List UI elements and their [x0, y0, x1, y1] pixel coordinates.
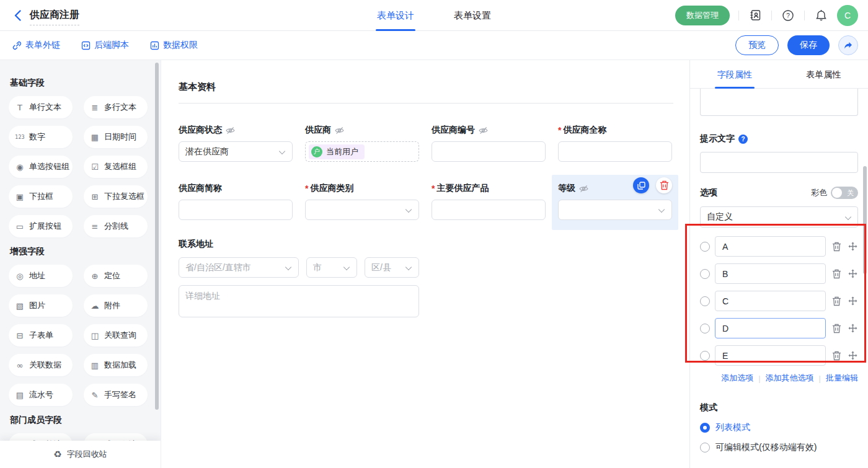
address-detail-textarea[interactable]: 详细地址	[179, 285, 419, 317]
field-type-radio-group[interactable]: ◉单选按钮组	[9, 156, 73, 178]
drag-option-icon[interactable]	[848, 351, 858, 361]
toolbar-link-3[interactable]: 数据权限	[150, 40, 198, 51]
color-toggle[interactable]: 关	[831, 187, 858, 199]
province-select[interactable]: 省/自治区/直辖市	[179, 257, 299, 278]
field-type-location[interactable]: ⊕定位	[84, 265, 148, 287]
drag-option-icon[interactable]	[848, 242, 858, 252]
field-type-number[interactable]: 123数字	[9, 126, 73, 148]
header-tab-2[interactable]: 表单设置	[454, 0, 491, 31]
toolbar-link-1[interactable]: 表单外链	[12, 40, 60, 51]
field-type-extend-button[interactable]: ▭扩展按钮	[9, 215, 73, 237]
link-batch-edit[interactable]: 批量编辑	[826, 373, 858, 384]
user-tag: 户当前用户	[309, 144, 365, 159]
sidebar-scrollbar[interactable]	[155, 63, 159, 410]
field-type-serial-number[interactable]: ▤流水号	[9, 384, 73, 406]
option-value-input[interactable]: E	[715, 345, 826, 366]
field-type-image[interactable]: ▧图片	[9, 294, 73, 317]
option-value-input[interactable]: D	[715, 318, 826, 338]
preview-button[interactable]: 预览	[735, 35, 779, 55]
divider	[771, 11, 772, 20]
field-type-single-line-text[interactable]: T单行文本	[9, 96, 73, 118]
help-icon[interactable]: ?	[781, 8, 795, 23]
panel-clipped-input[interactable]	[700, 89, 858, 116]
recycle-icon: ♻	[53, 449, 61, 460]
link-add-option[interactable]: 添加选项	[721, 373, 753, 384]
required-asterisk: *	[305, 183, 308, 193]
chevron-down-icon	[845, 214, 851, 220]
field-input[interactable]	[432, 141, 546, 162]
delete-option-icon[interactable]	[832, 296, 842, 306]
field-type-data-load[interactable]: ▥数据加载	[84, 354, 148, 376]
delete-option-icon[interactable]	[832, 324, 842, 333]
district-select[interactable]: 区/县	[365, 257, 419, 278]
eye-off-icon	[479, 126, 488, 135]
notification-bell-icon[interactable]	[813, 8, 828, 23]
field-type-datetime[interactable]: ▦日期时间	[84, 126, 148, 148]
field-type-address[interactable]: ◎地址	[9, 265, 73, 287]
field-label: 供应商状态	[179, 125, 293, 136]
delete-option-icon[interactable]	[832, 242, 842, 252]
panel-tab-2[interactable]: 表单属性	[779, 60, 868, 88]
option-source-select[interactable]: 自定义	[700, 206, 858, 227]
field-select[interactable]	[305, 200, 419, 220]
option-value-input[interactable]: C	[715, 291, 826, 311]
field-type-checkbox-group[interactable]: ☑复选框组	[84, 156, 148, 178]
dropdown-icon: ▣	[15, 192, 25, 201]
field-type-related-data[interactable]: ∞关联数据	[9, 354, 73, 376]
copy-field-button[interactable]	[633, 177, 649, 193]
field-user-tag-box[interactable]: 户当前用户	[305, 141, 419, 162]
divider	[804, 11, 805, 20]
field-type-divider[interactable]: ≡分割线	[84, 215, 148, 237]
save-button[interactable]: 保存	[787, 35, 830, 55]
hint-text-input[interactable]	[700, 152, 858, 173]
panel-tab-1[interactable]: 字段属性	[690, 60, 779, 88]
field-type-related-query[interactable]: ◫关联查询	[84, 324, 148, 347]
delete-field-button[interactable]	[656, 177, 672, 193]
option-radio[interactable]	[700, 242, 710, 252]
field-type-multi-dropdown[interactable]: ⊞下拉复选框	[84, 185, 148, 208]
link-add-other-option[interactable]: 添加其他选项	[766, 373, 814, 384]
avatar[interactable]: C	[837, 5, 858, 26]
option-radio[interactable]	[700, 296, 710, 306]
option-radio[interactable]	[700, 351, 710, 361]
mode-radio[interactable]	[700, 443, 710, 453]
field-select[interactable]: 潜在供应商	[179, 141, 293, 162]
divider-icon: ≡	[90, 222, 100, 231]
mode-option[interactable]: 可编辑模式(仅移动端有效)	[700, 442, 858, 453]
option-value-input[interactable]: A	[715, 236, 826, 257]
back-button[interactable]	[11, 9, 24, 22]
field-type-dropdown[interactable]: ▣下拉框	[9, 185, 73, 208]
share-button[interactable]	[838, 35, 858, 55]
field-type-attachment[interactable]: ☁附件	[84, 294, 148, 317]
option-radio[interactable]	[700, 269, 710, 279]
field-input[interactable]	[179, 200, 293, 220]
field-type-subform[interactable]: ⊟子表单	[9, 324, 73, 347]
delete-option-icon[interactable]	[832, 269, 842, 279]
option-row: C	[700, 291, 858, 311]
option-radio[interactable]	[700, 324, 710, 333]
field-input[interactable]	[558, 141, 672, 162]
contact-book-icon[interactable]	[748, 8, 763, 23]
help-icon[interactable]: ?	[738, 135, 748, 144]
toolbar-link-2[interactable]: 后端脚本	[81, 40, 129, 51]
option-value-input[interactable]: B	[715, 263, 826, 284]
delete-option-icon[interactable]	[832, 351, 842, 361]
section-divider	[179, 103, 673, 104]
mode-radio[interactable]	[700, 423, 710, 433]
panel-scrollbar[interactable]	[863, 166, 867, 274]
drag-option-icon[interactable]	[848, 324, 858, 333]
mode-option[interactable]: 列表模式	[700, 422, 858, 433]
header-tab-1[interactable]: 表单设计	[377, 0, 414, 31]
drag-option-icon[interactable]	[848, 269, 858, 279]
field-type-multi-line-text[interactable]: ≣多行文本	[84, 96, 148, 118]
image-icon: ▧	[15, 301, 25, 311]
address-field-label: 联系地址	[179, 239, 213, 250]
field-type-label: 定位	[104, 270, 120, 281]
field-input[interactable]	[432, 200, 546, 220]
field-recycle-bin[interactable]: ♻ 字段回收站	[0, 441, 161, 468]
field-select[interactable]	[558, 200, 672, 220]
field-type-signature[interactable]: ✎手写签名	[84, 384, 148, 406]
data-manage-button[interactable]: 数据管理	[675, 6, 730, 25]
city-select[interactable]: 市	[306, 257, 357, 278]
drag-option-icon[interactable]	[848, 296, 858, 306]
